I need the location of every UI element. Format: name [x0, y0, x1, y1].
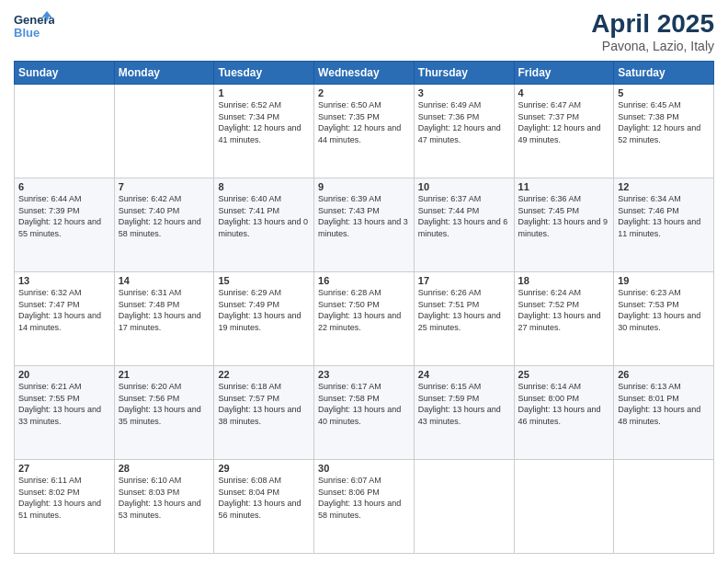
day-number: 2: [318, 87, 410, 98]
calendar-cell: 5Sunrise: 6:45 AM Sunset: 7:38 PM Daylig…: [614, 85, 714, 178]
week-row-1: 1Sunrise: 6:52 AM Sunset: 7:34 PM Daylig…: [15, 85, 714, 178]
day-info: Sunrise: 6:49 AM Sunset: 7:36 PM Dayligh…: [418, 99, 510, 145]
calendar-cell: 1Sunrise: 6:52 AM Sunset: 7:34 PM Daylig…: [214, 85, 314, 178]
day-number: 17: [418, 275, 510, 286]
day-number: 22: [218, 369, 310, 380]
header-day-thursday: Thursday: [414, 62, 514, 85]
day-number: 28: [119, 463, 210, 474]
calendar-cell: 27Sunrise: 6:11 AM Sunset: 8:02 PM Dayli…: [15, 460, 115, 554]
week-row-4: 20Sunrise: 6:21 AM Sunset: 7:55 PM Dayli…: [15, 366, 714, 460]
header-day-wednesday: Wednesday: [314, 62, 415, 85]
calendar-cell: 17Sunrise: 6:26 AM Sunset: 7:51 PM Dayli…: [414, 272, 514, 366]
day-number: 5: [618, 87, 710, 98]
day-info: Sunrise: 6:14 AM Sunset: 8:00 PM Dayligh…: [518, 381, 610, 427]
calendar-cell: 20Sunrise: 6:21 AM Sunset: 7:55 PM Dayli…: [15, 366, 115, 460]
week-row-2: 6Sunrise: 6:44 AM Sunset: 7:39 PM Daylig…: [15, 178, 714, 272]
calendar-cell: [614, 460, 714, 554]
day-number: 8: [218, 181, 310, 192]
day-number: 29: [218, 463, 310, 474]
calendar-header-row: SundayMondayTuesdayWednesdayThursdayFrid…: [15, 62, 714, 85]
day-info: Sunrise: 6:28 AM Sunset: 7:50 PM Dayligh…: [318, 287, 410, 333]
day-info: Sunrise: 6:42 AM Sunset: 7:40 PM Dayligh…: [119, 193, 210, 239]
header-day-tuesday: Tuesday: [214, 62, 314, 85]
calendar-cell: 23Sunrise: 6:17 AM Sunset: 7:58 PM Dayli…: [314, 366, 415, 460]
header-day-saturday: Saturday: [614, 62, 714, 85]
calendar-cell: 30Sunrise: 6:07 AM Sunset: 8:06 PM Dayli…: [314, 460, 415, 554]
logo: General Blue: [14, 9, 54, 44]
calendar-cell: 15Sunrise: 6:29 AM Sunset: 7:49 PM Dayli…: [214, 272, 314, 366]
day-number: 12: [618, 181, 710, 192]
calendar-cell: 12Sunrise: 6:34 AM Sunset: 7:46 PM Dayli…: [614, 178, 714, 272]
day-number: 19: [618, 275, 710, 286]
day-info: Sunrise: 6:26 AM Sunset: 7:51 PM Dayligh…: [418, 287, 510, 333]
week-row-5: 27Sunrise: 6:11 AM Sunset: 8:02 PM Dayli…: [15, 460, 714, 554]
month-title: April 2025: [591, 9, 714, 39]
title-block: April 2025 Pavona, Lazio, Italy: [591, 9, 714, 53]
header: General Blue April 2025 Pavona, Lazio, I…: [14, 9, 714, 53]
day-info: Sunrise: 6:21 AM Sunset: 7:55 PM Dayligh…: [18, 381, 110, 427]
day-info: Sunrise: 6:52 AM Sunset: 7:34 PM Dayligh…: [218, 99, 310, 145]
day-number: 24: [418, 369, 510, 380]
calendar-cell: 2Sunrise: 6:50 AM Sunset: 7:35 PM Daylig…: [314, 85, 415, 178]
day-number: 25: [518, 369, 610, 380]
day-number: 11: [518, 181, 610, 192]
calendar-cell: 8Sunrise: 6:40 AM Sunset: 7:41 PM Daylig…: [214, 178, 314, 272]
calendar-cell: 18Sunrise: 6:24 AM Sunset: 7:52 PM Dayli…: [514, 272, 614, 366]
calendar-cell: 7Sunrise: 6:42 AM Sunset: 7:40 PM Daylig…: [114, 178, 214, 272]
calendar-cell: 9Sunrise: 6:39 AM Sunset: 7:43 PM Daylig…: [314, 178, 415, 272]
calendar-cell: 21Sunrise: 6:20 AM Sunset: 7:56 PM Dayli…: [114, 366, 214, 460]
calendar-cell: 26Sunrise: 6:13 AM Sunset: 8:01 PM Dayli…: [614, 366, 714, 460]
calendar-cell: 14Sunrise: 6:31 AM Sunset: 7:48 PM Dayli…: [114, 272, 214, 366]
day-number: 7: [119, 181, 210, 192]
week-row-3: 13Sunrise: 6:32 AM Sunset: 7:47 PM Dayli…: [15, 272, 714, 366]
calendar-cell: [414, 460, 514, 554]
header-day-sunday: Sunday: [15, 62, 115, 85]
day-number: 21: [119, 369, 210, 380]
day-info: Sunrise: 6:31 AM Sunset: 7:48 PM Dayligh…: [119, 287, 210, 333]
calendar-cell: 28Sunrise: 6:10 AM Sunset: 8:03 PM Dayli…: [114, 460, 214, 554]
day-number: 9: [318, 181, 410, 192]
day-info: Sunrise: 6:15 AM Sunset: 7:59 PM Dayligh…: [418, 381, 510, 427]
day-info: Sunrise: 6:07 AM Sunset: 8:06 PM Dayligh…: [318, 475, 410, 521]
calendar-cell: 6Sunrise: 6:44 AM Sunset: 7:39 PM Daylig…: [15, 178, 115, 272]
day-info: Sunrise: 6:18 AM Sunset: 7:57 PM Dayligh…: [218, 381, 310, 427]
day-number: 16: [318, 275, 410, 286]
day-info: Sunrise: 6:08 AM Sunset: 8:04 PM Dayligh…: [218, 475, 310, 521]
day-info: Sunrise: 6:39 AM Sunset: 7:43 PM Dayligh…: [318, 193, 410, 239]
day-number: 3: [418, 87, 510, 98]
day-info: Sunrise: 6:45 AM Sunset: 7:38 PM Dayligh…: [618, 99, 710, 145]
day-number: 6: [18, 181, 110, 192]
svg-text:Blue: Blue: [14, 26, 40, 40]
day-info: Sunrise: 6:32 AM Sunset: 7:47 PM Dayligh…: [18, 287, 110, 333]
day-number: 13: [18, 275, 110, 286]
day-number: 26: [618, 369, 710, 380]
day-info: Sunrise: 6:13 AM Sunset: 8:01 PM Dayligh…: [618, 381, 710, 427]
day-number: 14: [119, 275, 210, 286]
calendar-cell: [15, 85, 115, 178]
day-number: 1: [218, 87, 310, 98]
day-number: 30: [318, 463, 410, 474]
page: General Blue April 2025 Pavona, Lazio, I…: [0, 0, 728, 563]
day-number: 15: [218, 275, 310, 286]
day-info: Sunrise: 6:11 AM Sunset: 8:02 PM Dayligh…: [18, 475, 110, 521]
calendar-cell: 10Sunrise: 6:37 AM Sunset: 7:44 PM Dayli…: [414, 178, 514, 272]
calendar-cell: [114, 85, 214, 178]
header-day-monday: Monday: [114, 62, 214, 85]
day-info: Sunrise: 6:24 AM Sunset: 7:52 PM Dayligh…: [518, 287, 610, 333]
calendar-cell: 24Sunrise: 6:15 AM Sunset: 7:59 PM Dayli…: [414, 366, 514, 460]
day-info: Sunrise: 6:17 AM Sunset: 7:58 PM Dayligh…: [318, 381, 410, 427]
day-info: Sunrise: 6:20 AM Sunset: 7:56 PM Dayligh…: [119, 381, 210, 427]
location: Pavona, Lazio, Italy: [591, 39, 714, 53]
day-number: 20: [18, 369, 110, 380]
day-info: Sunrise: 6:10 AM Sunset: 8:03 PM Dayligh…: [119, 475, 210, 521]
day-number: 27: [18, 463, 110, 474]
calendar-cell: 25Sunrise: 6:14 AM Sunset: 8:00 PM Dayli…: [514, 366, 614, 460]
logo-svg: General Blue: [14, 9, 54, 44]
calendar-cell: 13Sunrise: 6:32 AM Sunset: 7:47 PM Dayli…: [15, 272, 115, 366]
day-info: Sunrise: 6:40 AM Sunset: 7:41 PM Dayligh…: [218, 193, 310, 239]
day-info: Sunrise: 6:36 AM Sunset: 7:45 PM Dayligh…: [518, 193, 610, 239]
calendar-cell: 19Sunrise: 6:23 AM Sunset: 7:53 PM Dayli…: [614, 272, 714, 366]
day-number: 18: [518, 275, 610, 286]
calendar-cell: 22Sunrise: 6:18 AM Sunset: 7:57 PM Dayli…: [214, 366, 314, 460]
calendar-cell: 11Sunrise: 6:36 AM Sunset: 7:45 PM Dayli…: [514, 178, 614, 272]
